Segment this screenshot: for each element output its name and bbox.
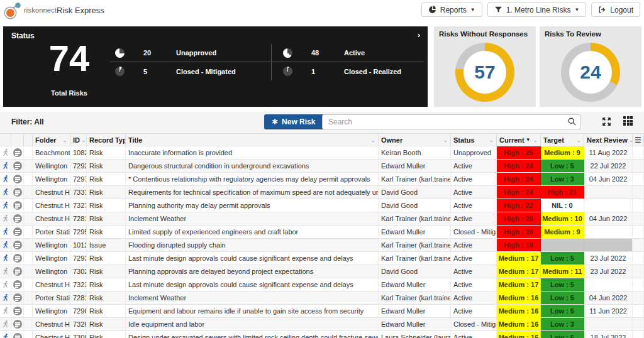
id-cell: 10826: [70, 146, 87, 160]
col-next-review[interactable]: Next Review⌄: [584, 134, 633, 146]
col-folder[interactable]: Folder⌄: [33, 134, 70, 146]
table-row[interactable]: Chestnut Hi...7323RiskLast minute design…: [0, 278, 644, 292]
id-cell: 7281: [70, 212, 87, 226]
title-cell: Inaccurate information is provided: [126, 146, 379, 160]
risk-table-body: Beachmont ...10826RiskInaccurate informa…: [0, 146, 644, 338]
row-spacer: [24, 331, 33, 338]
reports-label: Reports: [440, 6, 467, 14]
id-cell: 7292: [70, 160, 87, 173]
owner-cell: Karl Trainer (karl.trainer@...: [379, 292, 451, 305]
col-record-type[interactable]: Record Type: [87, 134, 126, 146]
next-review-cell: 23 Jul 2022: [584, 265, 633, 278]
table-row[interactable]: Porter Station7281RiskInclement WeatherK…: [0, 292, 644, 305]
note-icon[interactable]: [11, 278, 24, 292]
chevron-down-icon: ⌄: [576, 137, 581, 143]
note-icon[interactable]: [11, 146, 24, 160]
current-rating-cell: Medium : 16: [497, 318, 541, 331]
runner-icon[interactable]: [0, 160, 11, 173]
runner-icon[interactable]: [0, 278, 11, 292]
runner-icon[interactable]: [0, 239, 11, 252]
stat-label: Active: [344, 49, 365, 57]
target-rating-cell: Low : 5: [541, 292, 584, 305]
runner-icon[interactable]: [0, 226, 11, 239]
folder-cell: Wellington ...: [33, 305, 70, 318]
note-icon[interactable]: [11, 292, 24, 305]
stat-count: 20: [143, 49, 176, 57]
note-icon[interactable]: [11, 239, 24, 252]
record-type-cell: Risk: [87, 212, 126, 226]
col-id[interactable]: ID⌄: [70, 134, 87, 146]
table-row[interactable]: Beachmont ...10826RiskInaccurate informa…: [0, 146, 644, 160]
chevron-down-icon: ⌄: [489, 137, 494, 143]
table-row[interactable]: Chestnut Hi...7326RiskIdle equipment and…: [0, 318, 644, 331]
owner-cell: Edward Muller: [379, 226, 451, 239]
note-icon[interactable]: [11, 318, 24, 331]
table-row[interactable]: Porter Station7295RiskLimited supply of …: [0, 226, 644, 239]
status-cell: Unapproved: [451, 146, 497, 160]
table-row[interactable]: Chestnut Hi...7327RiskPlanning authority…: [0, 199, 644, 212]
title-cell: Last minute design approvals could cause…: [126, 252, 379, 265]
note-icon[interactable]: [11, 331, 24, 338]
row-spacer: [24, 292, 33, 305]
col-status[interactable]: Status⌄: [451, 134, 497, 146]
row-spacer: [24, 305, 33, 318]
note-icon[interactable]: [11, 252, 24, 265]
runner-icon[interactable]: [0, 331, 11, 338]
title-cell: Inclement Weather: [126, 212, 379, 226]
owner-cell: Edward Muller: [379, 318, 451, 331]
table-row[interactable]: Chestnut Hi...7308RiskDesign under excav…: [0, 331, 644, 338]
filter-label: Filter: All: [11, 117, 44, 126]
col-target[interactable]: Target⌄: [541, 134, 584, 146]
note-icon[interactable]: [11, 173, 24, 186]
note-icon[interactable]: [11, 226, 24, 239]
next-review-cell: [584, 239, 633, 252]
gauge-value: 24: [580, 62, 601, 83]
current-rating-cell: High : 20: [497, 226, 541, 239]
table-row[interactable]: Chestnut Hi...7281RiskInclement WeatherK…: [0, 212, 644, 226]
chevron-down-icon: ⌄: [370, 137, 375, 143]
runner-icon[interactable]: [0, 265, 11, 278]
col-title[interactable]: Title⌄: [126, 134, 379, 146]
search-icon[interactable]: [567, 117, 577, 126]
owner-cell: Keiran Booth: [379, 146, 451, 160]
table-row[interactable]: Wellington ...7297Risk* Contentious rela…: [0, 173, 644, 186]
logout-button[interactable]: Logout: [591, 3, 640, 17]
reports-button[interactable]: Reports ▼: [421, 3, 482, 17]
note-icon[interactable]: [11, 199, 24, 212]
expand-icon[interactable]: [601, 116, 612, 127]
runner-icon[interactable]: [0, 199, 11, 212]
column-menu-icon[interactable]: ☰: [633, 134, 644, 146]
view-filter-dropdown[interactable]: 1. Metro Line Risks ▼: [487, 3, 587, 17]
search-input[interactable]: [322, 114, 581, 129]
table-row[interactable]: Wellington ...7302RiskPlanning approvals…: [0, 265, 644, 278]
new-risk-label: New Risk: [282, 117, 315, 126]
stat-label: Unapproved: [176, 49, 216, 57]
target-rating-cell: Medium : 9: [541, 146, 584, 160]
runner-icon[interactable]: [0, 186, 11, 199]
note-icon[interactable]: [11, 305, 24, 318]
col-current[interactable]: Current▼⌄: [497, 134, 541, 146]
record-type-cell: Risk: [87, 305, 126, 318]
note-icon[interactable]: [11, 265, 24, 278]
table-row[interactable]: Wellington ...10128IssueFlooding disrupt…: [0, 239, 644, 252]
row-spacer: [24, 226, 33, 239]
runner-icon[interactable]: [0, 292, 11, 305]
runner-icon[interactable]: [0, 252, 11, 265]
col-owner[interactable]: Owner⌄: [379, 134, 451, 146]
runner-icon[interactable]: [0, 146, 11, 160]
table-row[interactable]: Wellington ...7292RiskDangerous structur…: [0, 160, 644, 173]
sort-desc-icon: ▼: [526, 137, 531, 143]
note-icon[interactable]: [11, 160, 24, 173]
runner-icon[interactable]: [0, 173, 11, 186]
grid-view-icon[interactable]: [623, 116, 633, 127]
note-icon[interactable]: [11, 212, 24, 226]
runner-icon[interactable]: [0, 212, 11, 226]
runner-icon[interactable]: [0, 318, 11, 331]
table-row[interactable]: Chestnut Hi...7331RiskRequirements for t…: [0, 186, 644, 199]
target-rating-cell: Low : 3: [541, 318, 584, 331]
table-row[interactable]: Wellington ...7293RiskLast minute design…: [0, 252, 644, 265]
status-expand-chevron-icon[interactable]: ›: [418, 30, 420, 40]
note-icon[interactable]: [11, 186, 24, 199]
table-row[interactable]: Wellington ...7296RiskEquipment and labo…: [0, 305, 644, 318]
runner-icon[interactable]: [0, 305, 11, 318]
